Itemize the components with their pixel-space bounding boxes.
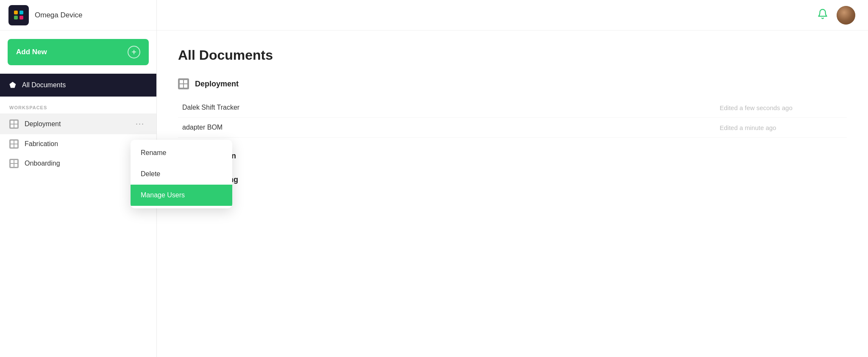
sidebar-header: Omega Device [0,0,156,30]
deployment-more-button[interactable]: ··· [133,119,147,129]
table-row[interactable]: Dalek Shift Tracker Edited a few seconds… [178,98,847,118]
main-content: All Documents Deployment Dalek Shift Tra… [157,0,868,357]
stack-icon: ⬟ [9,80,16,90]
fabrication-folder-icon [9,139,19,149]
context-menu-delete[interactable]: Delete [131,163,232,185]
context-menu: Rename Delete Manage Users [131,140,232,208]
deployment-folder-icon [9,119,19,129]
plus-icon: + [128,46,140,58]
notification-bell-icon[interactable] [817,8,828,22]
page-title: All Documents [178,47,847,63]
deployment-section-title: Deployment [195,80,239,89]
top-bar [157,0,868,30]
fabrication-section: Fabrication [178,150,847,161]
logo-dot-3 [14,16,18,19]
workspaces-section-label: WORKSPACES [0,101,156,113]
logo-icon [14,11,23,20]
onboarding-folder-icon [9,159,19,168]
fabrication-section-header: Fabrication [178,150,847,161]
logo-dot-2 [19,11,23,14]
sidebar-item-deployment[interactable]: Deployment ··· [0,113,156,134]
app-logo [8,5,29,25]
context-menu-rename[interactable]: Rename [131,142,232,163]
deployment-section-icon [178,78,189,89]
avatar-image [837,6,855,25]
deployment-section-header: Deployment [178,78,847,89]
doc-time-dalek: Edited a few seconds ago [720,104,847,111]
avatar[interactable] [837,6,855,25]
fabrication-workspace-name: Fabrication [25,140,147,148]
all-documents-label: All Documents [22,81,66,89]
deployment-section: Deployment Dalek Shift Tracker Edited a … [178,78,847,138]
doc-time-adapter: Edited a minute ago [720,124,847,131]
context-menu-manage-users[interactable]: Manage Users [131,185,232,206]
logo-dot-4 [19,16,23,19]
onboarding-section-header: Onboarding [178,174,847,185]
onboarding-workspace-name: Onboarding [25,160,147,167]
page-content: All Documents Deployment Dalek Shift Tra… [157,30,868,357]
add-new-button[interactable]: Add New + [8,39,149,65]
sidebar-item-all-documents[interactable]: ⬟ All Documents [0,74,156,97]
onboarding-section: Onboarding [178,174,847,185]
app-name: Omega Device [35,11,82,19]
deployment-workspace-name: Deployment [25,120,133,128]
sidebar: Omega Device Add New + ⬟ All Documents W… [0,0,157,357]
doc-name-dalek: Dalek Shift Tracker [178,104,720,111]
logo-dot-1 [14,11,18,14]
add-new-label: Add New [16,48,47,56]
table-row[interactable]: adapter BOM Edited a minute ago [178,118,847,138]
doc-name-adapter: adapter BOM [178,124,720,131]
